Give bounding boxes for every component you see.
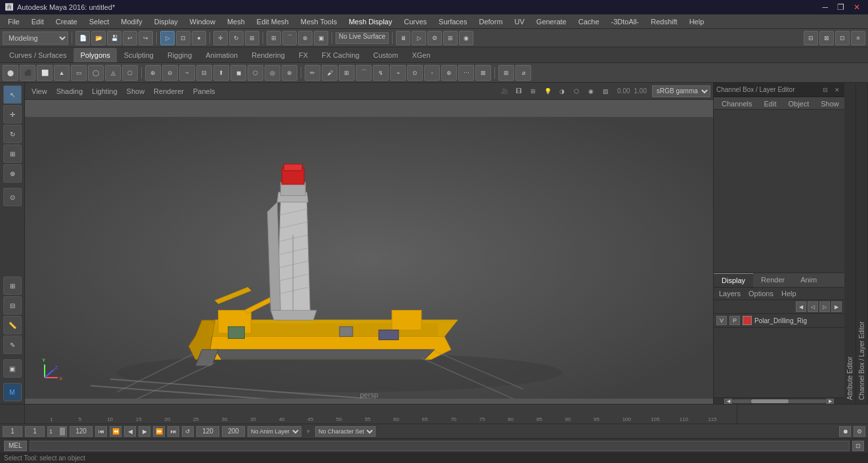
menu-surfaces[interactable]: Surfaces [433,16,472,27]
snap-point-btn[interactable]: ⊕ [298,31,313,45]
wrap-btn[interactable]: ⌁ [390,65,406,81]
menu-edit-mesh[interactable]: Edit Mesh [251,16,294,27]
menu-mesh-tools[interactable]: Mesh Tools [295,16,342,27]
start-frame-input[interactable] [25,426,45,437]
vp-menu-view[interactable]: View [28,86,51,97]
menu-redshift[interactable]: Redshift [645,16,682,27]
step-back-btn[interactable]: ⏪ [110,426,121,437]
vp-shadow-icon[interactable]: ◑ [555,85,569,98]
attribute-editor-tab[interactable]: Attribute Editor [844,83,856,404]
render-settings-btn[interactable]: ⚙ [427,31,442,45]
motion-path-btn[interactable]: ⌀ [515,65,531,81]
constraint-btn[interactable]: ⊞ [498,65,514,81]
vp-camera-icon[interactable]: 🎥 [498,85,511,98]
mel-label[interactable]: MEL [4,441,27,451]
menu-mesh[interactable]: Mesh [222,16,250,27]
soft-mod-btn[interactable]: ⊙ [407,65,423,81]
layer-arrow-2[interactable]: ◁ [808,301,818,312]
cluster-btn[interactable]: ◦ [424,65,440,81]
layer-scroll-track[interactable] [732,399,826,403]
snap-grid-btn[interactable]: ⊞ [267,31,281,45]
frame-slider-thumb[interactable] [60,428,65,435]
tab-rendering[interactable]: Rendering [245,48,292,62]
layer-p-btn[interactable]: P [729,316,740,325]
end-frame-input[interactable] [70,426,93,437]
tab-polygons[interactable]: Polygons [74,48,116,62]
torus-btn[interactable]: ◯ [88,65,104,81]
ik-btn[interactable]: ⋯ [458,65,474,81]
maya-logo-btn[interactable]: M [3,383,22,401]
playback-end-input[interactable] [222,426,245,437]
layer-scroll-left[interactable]: ◀ [724,399,732,404]
step-fwd-btn[interactable]: ⏩ [153,426,165,437]
move-mode-btn[interactable]: ✛ [3,105,22,123]
layer-tab-display[interactable]: Display [714,273,753,287]
vp-menu-shading[interactable]: Shading [53,86,87,97]
layer-menu-layers[interactable]: Layers [716,289,743,298]
pyramid-btn[interactable]: ⬡ [122,65,138,81]
playback-start-input[interactable] [196,426,219,437]
bend-btn[interactable]: ⌒ [356,65,372,81]
pivot-btn[interactable]: ⊙ [3,188,22,206]
paint-btn[interactable]: 🖌 [322,65,337,81]
minimize-btn[interactable]: ─ [819,3,831,12]
vp-menu-lighting[interactable]: Lighting [88,86,121,97]
tab-xgen[interactable]: XGen [405,48,437,62]
no-live-surface-btn[interactable]: No Live Surface [336,32,389,44]
save-file-btn[interactable]: 💾 [107,31,121,45]
tab-custom[interactable]: Custom [367,48,405,62]
layer-color-box[interactable] [743,316,752,325]
rotate-mode-btn[interactable]: ↻ [3,125,22,143]
quick-sel-btn[interactable]: ▣ [3,359,22,378]
settings-btn[interactable]: ⚙ [854,426,865,437]
rotate-tool-btn[interactable]: ↻ [229,31,244,45]
vp-texture-icon[interactable]: ▨ [599,85,612,98]
menu-curves[interactable]: Curves [399,16,432,27]
twist-btn[interactable]: ↯ [373,65,389,81]
menu-edit[interactable]: Edit [26,16,49,27]
tab-curves-surfaces[interactable]: Curves / Surfaces [3,48,73,62]
snap-surface-btn[interactable]: ▣ [314,31,328,45]
play-fwd-btn[interactable]: ▶ [139,426,150,437]
menu-display[interactable]: Display [149,16,183,27]
layer-menu-options[interactable]: Options [746,289,776,298]
new-file-btn[interactable]: 📄 [76,31,90,45]
ipr-render-btn[interactable]: ▷ [412,31,426,45]
menu-generate[interactable]: Generate [531,16,572,27]
tab-fx-caching[interactable]: FX Caching [315,48,366,62]
cb-tab-edit[interactable]: Edit [758,99,781,109]
scale-mode-btn[interactable]: ⊞ [3,144,22,163]
skin-btn[interactable]: ⊠ [475,65,491,81]
layer-tab-render[interactable]: Render [753,273,792,287]
joint-btn[interactable]: ⊕ [441,65,457,81]
tool-settings-btn[interactable]: ⊡ [835,31,850,45]
restore-btn[interactable]: ❐ [835,3,847,12]
go-to-end-btn[interactable]: ⏭ [167,426,179,437]
layer-scroll-thumb[interactable] [751,399,789,403]
tab-sculpting[interactable]: Sculpting [118,48,160,62]
panel-close-btn[interactable]: ✕ [833,85,842,95]
menu-window[interactable]: Window [184,16,221,27]
combine-btn[interactable]: ⊕ [145,65,161,81]
layer-arrow-4[interactable]: ▶ [831,301,842,312]
menu-3dto[interactable]: -3DtoAll- [606,16,645,27]
close-btn[interactable]: ✕ [851,3,863,12]
undo-btn[interactable]: ↩ [123,31,137,45]
vp-menu-show[interactable]: Show [123,86,149,97]
menu-cache[interactable]: Cache [573,16,605,27]
lattice-btn[interactable]: ⊞ [339,65,355,81]
vp-smooth-icon[interactable]: ◉ [584,85,597,98]
vp-wireframe-icon[interactable]: ⬡ [570,85,583,98]
bridge-btn[interactable]: ⬡ [248,65,263,81]
vp-menu-renderer[interactable]: Renderer [150,86,188,97]
play-back-btn[interactable]: ◀ [124,426,136,437]
gamma-select[interactable]: sRGB gamma [652,85,710,97]
viewport-3d[interactable]: X Y Z persp [25,100,713,404]
layer-menu-help[interactable]: Help [779,289,799,298]
cb-tab-show[interactable]: Show [815,99,844,109]
open-file-btn[interactable]: 📂 [91,31,106,45]
mel-input[interactable] [30,441,850,451]
mirror-btn[interactable]: ⊟ [196,65,212,81]
menu-modify[interactable]: Modify [116,16,147,27]
vp-grid-icon[interactable]: ⊞ [527,85,540,98]
